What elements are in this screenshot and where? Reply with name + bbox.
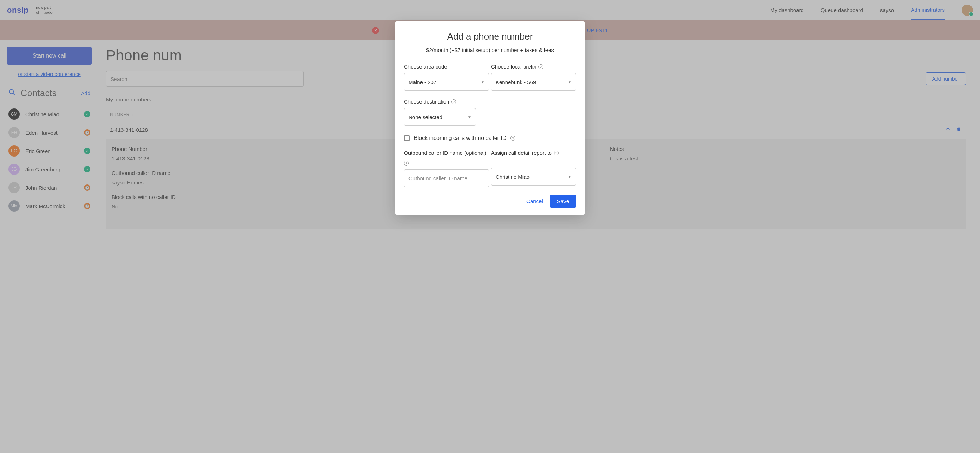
block-calls-checkbox[interactable] <box>404 136 409 141</box>
outbound-callerid-input[interactable] <box>404 169 489 187</box>
local-prefix-label-text: Choose local prefix <box>491 64 536 70</box>
assign-report-label: Assign call detail report to ? <box>491 150 576 156</box>
local-prefix-label: Choose local prefix ? <box>491 64 576 70</box>
outbound-callerid-label: Outbound caller ID name (optional) <box>404 150 489 156</box>
area-code-value: Maine - 207 <box>409 79 436 85</box>
area-code-select[interactable]: Maine - 207 ▼ <box>404 73 489 91</box>
modal-title: Add a phone number <box>404 31 576 42</box>
chevron-down-icon: ▼ <box>481 80 484 84</box>
chevron-down-icon: ▼ <box>568 80 571 84</box>
chevron-down-icon: ▼ <box>468 115 471 119</box>
help-icon[interactable]: ? <box>538 64 543 69</box>
help-icon[interactable]: ? <box>511 136 515 140</box>
help-icon[interactable]: ? <box>404 161 409 166</box>
modal-scrim[interactable]: Add a phone number $2/month (+$7 initial… <box>0 0 980 236</box>
destination-label-text: Choose destination <box>404 99 449 105</box>
help-icon[interactable]: ? <box>451 99 456 104</box>
assign-report-value: Christine Miao <box>496 174 530 180</box>
destination-value: None selected <box>409 114 442 120</box>
local-prefix-value: Kennebunk - 569 <box>496 79 536 85</box>
outbound-callerid-label-text: Outbound caller ID name (optional) <box>404 150 486 156</box>
destination-label: Choose destination ? <box>404 99 576 105</box>
local-prefix-select[interactable]: Kennebunk - 569 ▼ <box>491 73 576 91</box>
save-button[interactable]: Save <box>550 195 576 208</box>
destination-select[interactable]: None selected ▼ <box>404 108 476 126</box>
help-icon[interactable]: ? <box>554 150 559 155</box>
modal-subtitle: $2/month (+$7 initial setup) per number … <box>404 47 576 53</box>
cancel-button[interactable]: Cancel <box>527 198 543 204</box>
chevron-down-icon: ▼ <box>568 175 571 179</box>
assign-report-select[interactable]: Christine Miao ▼ <box>491 168 576 185</box>
block-calls-label: Block incoming calls with no caller ID <box>414 135 506 141</box>
assign-report-label-text: Assign call detail report to <box>491 150 552 156</box>
add-phone-number-modal: Add a phone number $2/month (+$7 initial… <box>395 21 585 215</box>
area-code-label: Choose area code <box>404 64 489 70</box>
